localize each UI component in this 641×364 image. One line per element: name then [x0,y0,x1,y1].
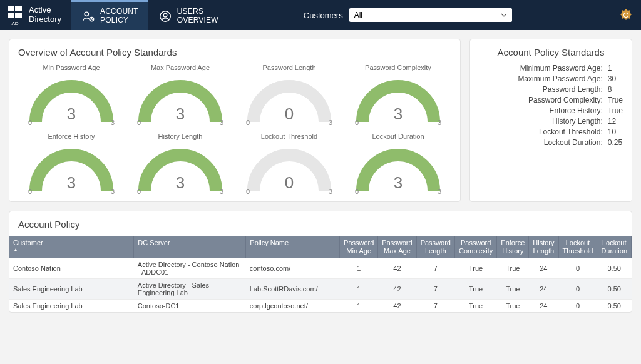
standard-value: 12 [608,117,623,126]
l2: Threshold [563,247,593,255]
gauge-value: 3 [351,173,445,193]
tab-line2: OVERVIEW [177,16,218,25]
cell-lock-thr: 0 [558,279,597,300]
gauge-value: 3 [133,104,227,124]
col-label: Customer [13,239,43,246]
gauge-arc: 3 0 3 [133,144,227,194]
standard-value: True [608,96,623,104]
gauge-max: 3 [111,119,115,126]
l1: Password [382,239,412,247]
gauge-value: 0 [242,104,336,124]
l2: Duration [601,247,627,255]
l1: History [533,239,554,247]
gauge-label: Password Length [236,64,342,71]
gauge-label: Lockout Duration [345,133,451,140]
standard-value: 0.25 [608,138,623,147]
app-logo-icon [618,8,633,23]
standard-key: History Length: [479,117,603,126]
standard-key: Password Length: [479,85,603,94]
gauge-min: 0 [246,188,250,195]
gauge-arc: 0 0 3 [242,75,336,125]
chevron-down-icon [501,12,507,18]
customers-label: Customers [304,11,343,20]
gauge-5: History Length 3 0 3 [127,133,233,194]
account-policy-icon [81,9,95,23]
overview-card: Overview of Account Policy Standards Min… [9,39,461,202]
account-policy-table: Customer ▲ DC Server Policy Name Passwor… [9,236,632,312]
cell-histlen: 24 [529,300,558,313]
col-length[interactable]: PasswordLength [416,236,454,258]
col-policy[interactable]: Policy Name [246,236,340,258]
l1: Enforce [501,239,525,247]
col-dc-server[interactable]: DC Server [134,236,246,258]
standard-key: Maximum Password Age: [479,74,603,83]
gauge-max: 3 [329,119,332,126]
standard-value: True [608,106,623,115]
col-histlen[interactable]: HistoryLength [529,236,558,258]
standard-key: Lockout Duration: [479,138,603,147]
table-row[interactable]: Sales Engineering Lab Active Directory -… [9,279,632,300]
gauge-3: Password Complexity 3 0 3 [345,64,451,125]
gauge-arc: 3 0 3 [351,144,445,194]
col-customer[interactable]: Customer ▲ [9,236,134,258]
cell-lock-dur: 0.50 [597,300,632,313]
cell-complexity: True [454,279,496,300]
cell-enforce: True [497,300,529,313]
customers-select[interactable]: All [349,8,512,22]
gauge-max: 3 [438,188,441,195]
l1: Password [459,239,493,247]
cell-lock-thr: 0 [558,300,597,313]
gauge-max: 3 [329,188,332,195]
table-row[interactable]: Sales Engineering Lab Contoso-DC1 corp.l… [9,300,632,313]
standard-value: 10 [608,128,623,136]
col-lock-thr[interactable]: LockoutThreshold [558,236,597,258]
svg-point-9 [624,13,628,17]
gauge-min: 0 [28,119,32,126]
gauge-label: Lockout Threshold [236,133,342,140]
tab-line1: USERS [177,8,218,16]
account-policy-table-card: Account Policy Customer ▲ DC Server Poli… [9,211,632,313]
gauge-arc: 3 0 3 [351,75,445,125]
cell-customer: Contoso Nation [9,258,134,279]
tab-users-overview[interactable]: USERS OVERVIEW [148,0,228,30]
brand-sub: AD [11,21,18,26]
svg-point-4 [85,12,88,16]
app-header: AD Active Directory ACCOUNT POLICY [0,0,641,30]
cell-length: 7 [416,258,454,279]
tab-line1: ACCOUNT [100,8,138,16]
cell-length: 7 [416,279,454,300]
gauge-min: 0 [137,188,141,195]
standard-key: Enforce History: [479,106,603,115]
standard-key: Lockout Threshold: [479,128,603,136]
col-label: Policy Name [250,239,289,246]
gauge-2: Password Length 0 0 3 [236,64,342,125]
gauge-max: 3 [438,119,441,126]
windows-icon: AD [8,4,23,26]
gauge-value: 3 [24,173,118,193]
tab-account-policy[interactable]: ACCOUNT POLICY [71,0,148,30]
col-max-age[interactable]: PasswordMax Age [378,236,416,258]
cell-dc: Active Directory - Sales Engineering Lab [134,279,246,300]
brand-line1: Active [29,6,61,15]
cell-min-age: 1 [340,300,378,313]
col-complexity[interactable]: PasswordComplexity [454,236,496,258]
cell-enforce: True [497,279,529,300]
gauge-arc: 3 0 3 [24,144,118,194]
brand-text: Active Directory [29,6,61,24]
customers-filter: Customers All [304,8,512,22]
gauge-label: Max Password Age [127,64,233,71]
col-lock-dur[interactable]: LockoutDuration [597,236,632,258]
tab-label: ACCOUNT POLICY [100,8,138,25]
users-overview-icon [158,9,172,23]
table-row[interactable]: Contoso Nation Active Directory - Contos… [9,258,632,279]
gauge-min: 0 [355,119,359,126]
gauge-label: History Length [127,133,233,140]
cell-max-age: 42 [378,258,416,279]
col-min-age[interactable]: PasswordMin Age [340,236,378,258]
l1: Password [344,239,374,247]
gauge-arc: 3 0 3 [133,75,227,125]
cell-customer: Sales Engineering Lab [9,279,134,300]
brand: AD Active Directory [8,4,61,26]
gauge-4: Enforce History 3 0 3 [18,133,125,194]
col-enforce[interactable]: EnforceHistory [497,236,529,258]
